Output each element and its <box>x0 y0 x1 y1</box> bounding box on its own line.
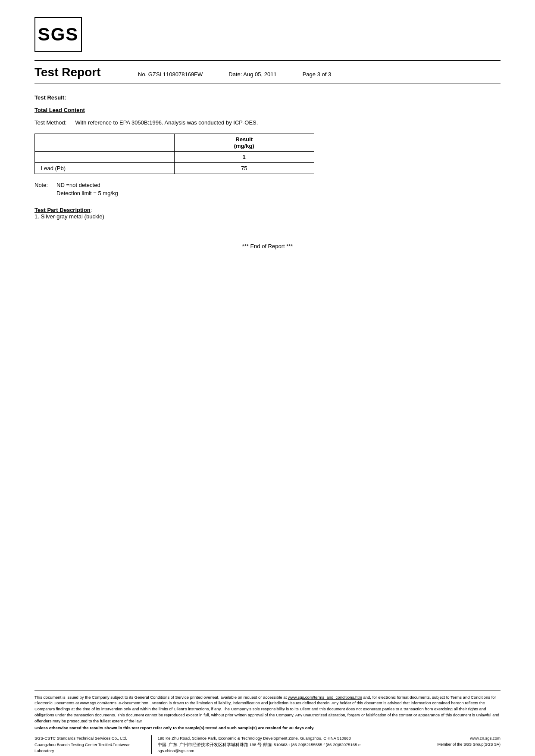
footer-bold-line: Unless otherwise stated the results show… <box>34 725 501 731</box>
note-section: Note: ND =not detected Detection limit =… <box>34 182 501 196</box>
table-row-label: Lead (Pb) <box>35 163 175 174</box>
page: SGS Test Report No. GZSL1108078169FW Dat… <box>0 0 535 756</box>
note-content: ND =not detected Detection limit = 5 mg/… <box>56 182 118 196</box>
logo-section: SGS <box>34 17 501 52</box>
test-method-label: Test Method: <box>34 119 66 126</box>
test-part-item1: 1. Silver-gray metal (buckle) <box>34 213 104 220</box>
footer-area: This document is issued by the Company s… <box>34 691 501 756</box>
report-page: Page 3 of 3 <box>303 71 332 78</box>
footer-legal-line1: This document is issued by the Company s… <box>34 695 287 700</box>
note-line2: Detection limit = 5 mg/kg <box>56 190 118 196</box>
test-method-row: Test Method: With reference to EPA 3050B… <box>34 119 501 126</box>
main-content: Test Result: Total Lead Content Test Met… <box>34 94 501 691</box>
result-table: Result (mg/kg) 1 Lead (Pb) 75 <box>34 134 314 174</box>
table-col2-header-line1: Result <box>181 136 308 143</box>
report-no: No. GZSL1108078169FW <box>138 71 203 78</box>
footer-bottom-right: www.cn.sgs.com Member of the SGS Group(S… <box>388 735 501 754</box>
footer-member: Member of the SGS Group(SGS SA) <box>388 742 501 750</box>
end-report: *** End of Report *** <box>34 243 501 249</box>
test-part-title: Test Part Description <box>34 207 91 213</box>
footer-branch-name: Guangzhou Branch Testing Center Textile&… <box>34 742 147 754</box>
test-result-label: Test Result: <box>34 94 501 101</box>
logo-box: SGS <box>34 17 82 52</box>
total-lead-title: Total Lead Content <box>34 107 501 113</box>
footer-address-en: 198 Ke Zhu Road, Science Park, Economic … <box>158 735 382 741</box>
report-header: Test Report No. GZSL1108078169FW Date: A… <box>34 60 501 84</box>
note-label: Note: <box>34 182 48 196</box>
report-title: Test Report <box>34 65 121 79</box>
table-sub-header: 1 <box>174 152 314 163</box>
footer-bottom-left: SGS-CSTC Standards Technical Services Co… <box>34 735 152 754</box>
table-row-value: 75 <box>174 163 314 174</box>
footer-address-cn: 中国. 广东. 广州市经济技术开发区科学城科珠路 198 号 邮编: 51066… <box>158 742 382 754</box>
report-meta: No. GZSL1108078169FW Date: Aug 05, 2011 … <box>138 71 331 78</box>
footer-legal-link1: www.sgs.com/terms_and_conditions.htm <box>288 695 362 700</box>
footer-company-name: SGS-CSTC Standards Technical Services Co… <box>34 735 147 741</box>
footer-website: www.cn.sgs.com <box>388 735 501 741</box>
report-date: Date: Aug 05, 2011 <box>228 71 276 78</box>
note-line1: ND =not detected <box>56 182 118 188</box>
logo-text: SGS <box>38 24 79 45</box>
footer-bottom-center: 198 Ke Zhu Road, Science Park, Economic … <box>152 735 388 754</box>
test-method-value: With reference to EPA 3050B:1996. Analys… <box>75 119 258 126</box>
footer-legal: This document is issued by the Company s… <box>34 691 501 733</box>
table-col2-header-line2: (mg/kg) <box>181 143 308 149</box>
test-part-colon: : <box>91 207 92 213</box>
footer-bottom: SGS-CSTC Standards Technical Services Co… <box>34 733 501 756</box>
test-part-section: Test Part Description: 1. Silver-gray me… <box>34 207 501 220</box>
footer-legal-link2: www.sgs.com/terms_e-document.htm <box>80 700 148 705</box>
